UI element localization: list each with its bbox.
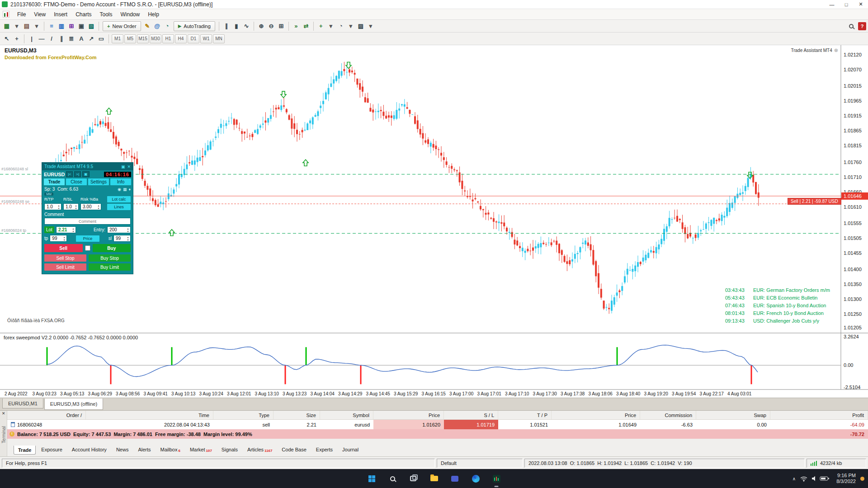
market-watch-icon[interactable]: ≡ — [47, 21, 57, 31]
sl-input[interactable]: 99 — [113, 235, 131, 242]
column-header[interactable]: Symbol — [320, 411, 373, 419]
column-header[interactable]: Price — [373, 411, 444, 419]
open-position-badge[interactable]: Sell | 2.21 | -59.87 USD — [788, 198, 841, 205]
zoom-out-icon[interactable]: ⊖ — [266, 21, 276, 31]
trendline-icon[interactable]: / — [47, 34, 57, 44]
timeframe-button[interactable]: H1 — [162, 34, 174, 43]
templates-caret-icon[interactable]: ▾ — [366, 21, 376, 31]
metaeditor-icon[interactable]: ✎ — [142, 21, 152, 31]
edge-button[interactable] — [467, 469, 485, 488]
chart-shift-icon[interactable]: ⇄ — [301, 21, 311, 31]
autotrading-button[interactable]: ▶ AutoTrading — [174, 21, 215, 31]
chat-button[interactable] — [446, 469, 464, 488]
terminal-tab[interactable]: News — [112, 446, 133, 454]
line-chart-icon[interactable]: ∿ — [241, 21, 251, 31]
menu-item[interactable]: View — [30, 10, 50, 19]
timeframe-button[interactable]: D1 — [188, 34, 199, 43]
task-view-button[interactable] — [404, 469, 422, 488]
file-explorer-button[interactable] — [425, 469, 443, 488]
assistant-tab[interactable]: Close — [66, 178, 87, 185]
lines-button[interactable]: Lines — [107, 204, 131, 210]
buy-button[interactable]: Buy — [93, 244, 131, 252]
column-header[interactable]: Commission — [640, 411, 696, 419]
tray-status-icons[interactable] — [800, 475, 832, 482]
timeframe-button[interactable]: MN — [213, 34, 225, 43]
new-chart-caret-icon[interactable]: ▾ — [12, 21, 22, 31]
profiles-icon[interactable]: ▤ — [22, 21, 32, 31]
sell-limit-button[interactable]: Sell Limit — [44, 263, 86, 271]
menu-item[interactable]: Window — [117, 10, 144, 19]
vertical-line-icon[interactable]: | — [27, 34, 37, 44]
screenshot-icon[interactable]: ▣ — [121, 164, 125, 169]
templates-icon[interactable]: ▨ — [356, 21, 366, 31]
confirm-checkbox[interactable] — [85, 245, 90, 251]
data-window-icon[interactable]: ▥ — [57, 21, 66, 31]
bar-chart-icon[interactable]: ∥ — [222, 21, 231, 31]
channel-icon[interactable]: ∥ — [57, 34, 66, 44]
terminal-tab[interactable]: Experts — [312, 446, 337, 454]
price-button[interactable]: Price — [76, 235, 99, 242]
close-button[interactable]: ✕ — [854, 0, 868, 9]
tile-windows-icon[interactable]: ⊞ — [276, 21, 286, 31]
timeframe-button[interactable]: M5 — [124, 34, 136, 43]
minimize-button[interactable]: — — [825, 0, 839, 9]
terminal-tab[interactable]: Trade — [14, 446, 36, 455]
menu-item[interactable]: Insert — [50, 10, 71, 19]
sell-button[interactable]: Sell — [44, 244, 83, 252]
eye-icon[interactable]: ◉ — [118, 187, 121, 192]
menu-item[interactable]: Tools — [96, 10, 117, 19]
comment-input[interactable] — [44, 218, 131, 225]
prev-symbol-button[interactable]: |< — [66, 171, 73, 177]
rsl-input[interactable]: 1.0 — [63, 203, 79, 210]
assistant-close-button[interactable]: ✕ — [127, 164, 131, 169]
sell-stop-button[interactable]: Sell Stop — [44, 254, 86, 262]
periods-icon[interactable]: ◔ — [336, 21, 346, 31]
text-icon[interactable]: A — [76, 34, 86, 44]
terminal-panel-icon[interactable]: ▣ — [76, 21, 86, 31]
column-header[interactable]: Order / — [7, 411, 86, 419]
rtp-input[interactable]: 1.0 — [44, 203, 61, 210]
column-header[interactable]: Size — [274, 411, 320, 419]
column-header[interactable]: Profit — [770, 411, 868, 419]
new-order-button[interactable]: + New Order — [103, 21, 141, 31]
column-header[interactable]: Type — [213, 411, 274, 419]
buy-limit-button[interactable]: Buy Limit — [89, 263, 131, 271]
terminal-tab[interactable]: Market107 — [186, 446, 216, 454]
risk-input[interactable]: 3.00 — [80, 203, 101, 210]
crosshair-icon[interactable]: + — [12, 34, 22, 44]
tp-input[interactable]: 99 — [50, 235, 67, 242]
terminal-tab[interactable]: Exposure — [37, 446, 66, 454]
column-header[interactable]: T / P — [498, 411, 552, 419]
candlestick-icon[interactable]: ▮ — [231, 21, 241, 31]
zoom-in-icon[interactable]: ⊕ — [256, 21, 266, 31]
menu-item[interactable]: Charts — [71, 10, 95, 19]
chart-tab[interactable]: EURUSD,M1 — [2, 399, 43, 408]
auto-scroll-icon[interactable]: » — [291, 21, 301, 31]
lot-calc-button[interactable]: Lot calc — [107, 196, 131, 202]
assistant-tab[interactable]: Trade — [44, 178, 65, 185]
strategy-tester-icon[interactable]: ▧ — [86, 21, 96, 31]
connection-status[interactable]: 4232/4 kb — [807, 459, 866, 468]
money-management-chip[interactable]: MM — [44, 192, 53, 196]
cursor-icon[interactable]: ↖ — [2, 34, 12, 44]
mt4-taskbar-button[interactable] — [487, 469, 505, 488]
periods-caret-icon[interactable]: ▾ — [346, 21, 356, 31]
open-order-row[interactable]: 168060248 2022.08.04 04:13:43 sell 2.21 … — [7, 420, 868, 429]
assistant-toggle-icon[interactable]: ⊗ — [834, 47, 838, 53]
buy-stop-button[interactable]: Buy Stop — [89, 254, 131, 262]
taskbar-search-button[interactable] — [383, 469, 401, 488]
terminal-tab[interactable]: Mailbox6 — [156, 446, 184, 454]
menu-item[interactable]: File — [13, 10, 30, 19]
assistant-titlebar[interactable]: Trade Assistant MT4 9.5 ▣ ✕ — [42, 163, 133, 170]
hidden-icons-chevron[interactable]: ∧ — [793, 476, 796, 481]
profiles-caret-icon[interactable]: ▾ — [32, 21, 42, 31]
indicators-caret-icon[interactable]: ▾ — [326, 21, 336, 31]
webterminal-icon[interactable]: ◔ — [162, 21, 172, 31]
help-icon[interactable]: ? — [858, 22, 866, 30]
profile-indicator[interactable]: Default — [437, 459, 523, 468]
menu-item[interactable]: Help — [144, 10, 163, 19]
terminal-tab[interactable]: Signals — [217, 446, 242, 454]
column-header[interactable]: Time — [86, 411, 213, 419]
camera-button[interactable]: ▣ — [82, 171, 90, 177]
community-icon[interactable]: @ — [152, 21, 162, 31]
